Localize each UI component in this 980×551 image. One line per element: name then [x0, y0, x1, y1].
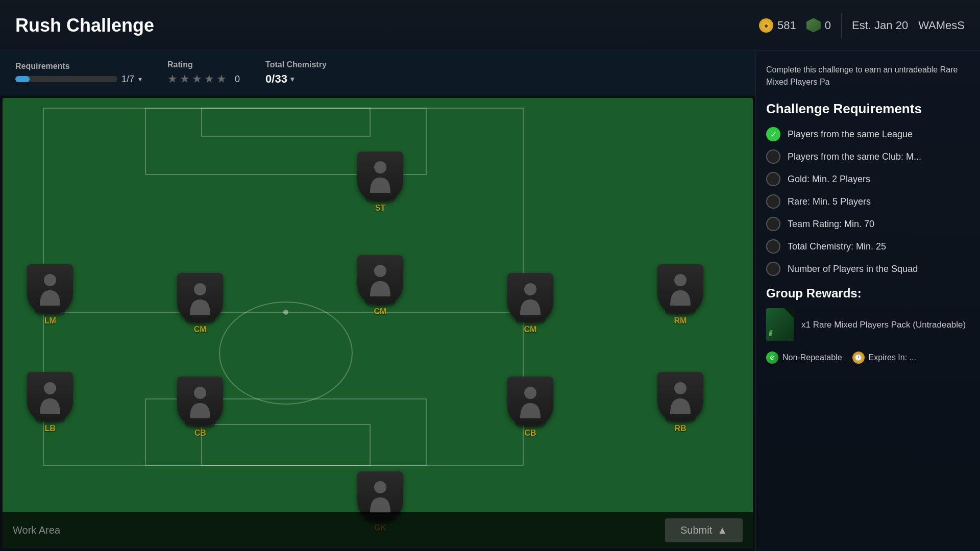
player-silhouette-st: [365, 160, 396, 193]
svg-point-16: [524, 387, 536, 399]
player-card-rm[interactable]: RM: [655, 264, 706, 325]
card-body-cm-left: [177, 273, 223, 323]
reward-item: x1 Rare Mixed Players Pack (Untradeable): [766, 308, 970, 341]
reward-description: Complete this challenge to earn an untra…: [766, 64, 970, 88]
svg-point-17: [674, 382, 687, 394]
player-position-rb: RB: [674, 424, 686, 433]
svg-point-14: [44, 382, 56, 394]
requirements-value: 1/7 ▾: [15, 74, 142, 85]
requirements-bar: Requirements 1/7 ▾ Rating ★ ★ ★ ★: [0, 51, 755, 95]
svg-point-12: [524, 283, 536, 295]
player-card-lm[interactable]: LM: [24, 264, 76, 325]
req-item-4: Team Rating: Min. 70: [766, 217, 970, 231]
progress-bar-container: [15, 76, 117, 82]
progress-text: 1/7: [121, 74, 134, 85]
svg-point-11: [374, 265, 386, 277]
player-silhouette-gk: [365, 480, 396, 513]
coin-amount: 581: [777, 19, 796, 32]
chemistry-label: Total Chemistry: [265, 60, 327, 69]
player-position-st: ST: [375, 204, 385, 213]
req-item-5: Total Chemistry: Min. 25: [766, 239, 970, 254]
player-position-cm-left: CM: [194, 325, 207, 334]
player-silhouette-cm-left: [185, 282, 215, 315]
right-panel: Complete this challenge to earn an untra…: [755, 51, 980, 551]
shield-display: 0: [806, 18, 831, 33]
submit-button[interactable]: Submit ▲: [665, 518, 743, 542]
pitch-section: Requirements 1/7 ▾ Rating ★ ★ ★ ★: [0, 51, 755, 551]
stars-container: ★ ★ ★ ★ ★: [167, 72, 227, 86]
requirements-dropdown[interactable]: ▾: [138, 75, 142, 83]
player-card-st[interactable]: ST: [355, 152, 406, 213]
req-circle-0: ✓: [766, 127, 780, 141]
player-card-cm-left[interactable]: CM: [175, 273, 226, 334]
username: WAMesS: [918, 19, 965, 32]
player-position-rm: RM: [674, 316, 687, 325]
player-position-lm: LM: [44, 316, 56, 325]
card-body-rm: [657, 264, 703, 314]
req-text-2: Gold: Min. 2 Players: [788, 174, 870, 185]
req-circle-6: [766, 262, 780, 276]
chemistry-group: Total Chemistry 0/33 ▾: [265, 60, 327, 86]
player-silhouette-cm-center: [365, 263, 396, 296]
player-position-cb-right: CB: [524, 429, 536, 438]
reward-item-text: x1 Rare Mixed Players Pack (Untradeable): [801, 320, 966, 330]
star-2: ★: [180, 72, 190, 86]
chemistry-dropdown[interactable]: ▾: [290, 75, 294, 83]
rating-label: Rating: [167, 60, 240, 69]
bottom-bar: Work Area Submit ▲: [3, 512, 753, 548]
est-date: Est. Jan 20: [852, 19, 908, 32]
req-text-0: Players from the same League: [788, 129, 913, 140]
player-card-rb[interactable]: RB: [655, 372, 706, 433]
pitch-wrapper: ST LM CM CM: [3, 98, 753, 548]
svg-point-18: [374, 481, 386, 493]
svg-rect-0: [43, 108, 523, 465]
reward-card-icon: [766, 308, 794, 341]
req-circle-3: [766, 194, 780, 209]
player-card-cb-right[interactable]: CB: [505, 377, 556, 438]
page-title: Rush Challenge: [15, 15, 154, 36]
svg-point-15: [194, 387, 206, 399]
req-circle-2: [766, 172, 780, 186]
shield-amount: 0: [825, 19, 831, 32]
player-card-cm-right[interactable]: CM: [505, 273, 556, 334]
expires-text: Expires In: ...: [869, 353, 916, 362]
player-silhouette-rb: [665, 381, 696, 414]
star-4: ★: [204, 72, 214, 86]
card-body-cb-right: [507, 377, 553, 427]
rating-value: ★ ★ ★ ★ ★ 0: [167, 72, 240, 86]
player-silhouette-cb-right: [515, 385, 546, 418]
player-silhouette-lb: [35, 381, 65, 414]
requirements-list: ✓Players from the same LeaguePlayers fro…: [766, 127, 970, 276]
svg-point-13: [674, 274, 687, 286]
req-text-1: Players from the same Club: M...: [788, 152, 921, 162]
non-repeatable-badge: ⊘ Non-Repeatable: [766, 352, 842, 364]
card-body-st: [357, 152, 403, 202]
svg-rect-3: [202, 108, 370, 136]
player-silhouette-cb-left: [185, 385, 215, 418]
work-area-label: Work Area: [13, 524, 60, 536]
non-repeatable-icon: ⊘: [766, 352, 778, 364]
group-rewards-title: Group Rewards:: [766, 286, 970, 300]
player-card-cb-left[interactable]: CB: [175, 377, 226, 438]
player-silhouette-lm: [35, 272, 65, 306]
player-card-lb[interactable]: LB: [24, 372, 76, 433]
chemistry-num: 0/33 ▾: [265, 72, 294, 86]
player-card-cm-center[interactable]: CM: [355, 255, 406, 316]
card-body-rb: [657, 372, 703, 422]
player-position-cm-right: CM: [524, 325, 537, 334]
shield-icon: [806, 18, 821, 33]
card-body-cb-left: [177, 377, 223, 427]
player-position-cb-left: CB: [194, 429, 206, 438]
non-repeatable-text: Non-Repeatable: [782, 353, 842, 362]
card-body-lb: [27, 372, 73, 422]
star-1: ★: [167, 72, 178, 86]
chemistry-value-display: 0/33 ▾: [265, 72, 327, 86]
req-circle-4: [766, 217, 780, 231]
star-5: ★: [216, 72, 227, 86]
svg-rect-5: [202, 424, 370, 465]
header-right: ● 581 0 Est. Jan 20 WAMesS: [759, 13, 965, 38]
req-item-3: Rare: Min. 5 Players: [766, 194, 970, 209]
requirements-label: Requirements: [15, 62, 142, 71]
svg-point-1: [219, 302, 352, 404]
star-3: ★: [192, 72, 202, 86]
